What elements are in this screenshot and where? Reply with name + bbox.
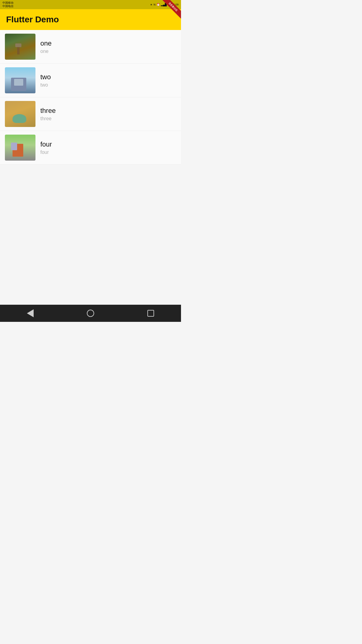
app-title: Flutter Demo xyxy=(6,15,175,24)
alarm-icon: ⏰ xyxy=(157,3,160,6)
item-title-one: one xyxy=(40,39,176,47)
bottom-nav xyxy=(0,305,181,322)
item-text-four: four four xyxy=(40,140,176,155)
back-icon xyxy=(27,309,34,317)
home-icon xyxy=(87,310,94,317)
status-bar: 中国移动 中国电信 ∗ N ⏰ ▂▄█ 傍晚6:09 xyxy=(0,0,181,9)
carrier2: 中国电信 xyxy=(2,5,13,8)
back-button[interactable] xyxy=(23,306,38,321)
item-title-three: three xyxy=(40,107,176,115)
item-title-four: four xyxy=(40,140,176,148)
item-subtitle-three: three xyxy=(40,116,176,121)
item-subtitle-two: two xyxy=(40,82,176,88)
time: 傍晚6:09 xyxy=(168,3,179,7)
item-thumbnail-three xyxy=(5,101,35,127)
status-icons: ∗ N ⏰ ▂▄█ 傍晚6:09 xyxy=(150,3,179,7)
item-text-one: one one xyxy=(40,39,176,54)
signal-icons: ▂▄█ xyxy=(161,3,167,6)
item-subtitle-four: four xyxy=(40,150,176,155)
home-button[interactable] xyxy=(83,306,98,321)
item-text-two: two two xyxy=(40,73,176,88)
list-item[interactable]: one one xyxy=(0,30,181,64)
carrier1: 中国移动 xyxy=(2,1,13,5)
item-text-three: three three xyxy=(40,107,176,121)
item-title-two: two xyxy=(40,73,176,81)
carrier-info: 中国移动 中国电信 xyxy=(2,1,13,8)
item-list: one one two two three three four four xyxy=(0,30,181,165)
item-thumbnail-one xyxy=(5,34,35,60)
recents-icon xyxy=(147,310,154,317)
bluetooth-icon: ∗ xyxy=(150,3,153,6)
recents-button[interactable] xyxy=(143,306,158,321)
item-thumbnail-four xyxy=(5,135,35,161)
list-item[interactable]: three three xyxy=(0,97,181,131)
app-bar: Flutter Demo xyxy=(0,9,181,30)
list-item[interactable]: four four xyxy=(0,131,181,165)
list-item[interactable]: two two xyxy=(0,64,181,97)
nfc-icon: N xyxy=(153,3,156,6)
item-subtitle-one: one xyxy=(40,49,176,54)
item-thumbnail-two xyxy=(5,67,35,93)
